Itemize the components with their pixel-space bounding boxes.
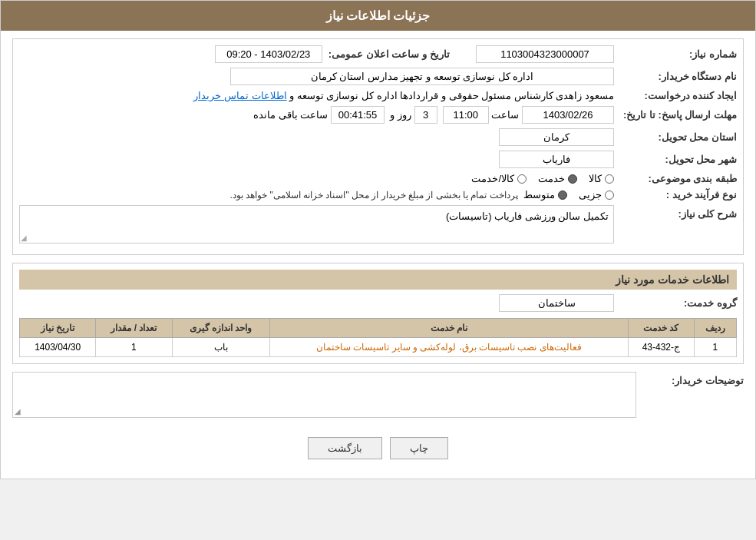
category-kala-item: کالا xyxy=(589,173,614,184)
category-kala-khedmat-radio[interactable] xyxy=(517,174,527,184)
purchase-mottaset-radio[interactable] xyxy=(558,190,567,200)
row-creator: ایجاد کننده درخواست: مسعود زاهدی کارشناس… xyxy=(19,90,737,101)
service-group-label: گروه خدمت: xyxy=(614,297,737,309)
province-value: کرمان xyxy=(499,128,614,146)
page-title: جزئیات اطلاعات نیاز xyxy=(326,9,431,22)
page-header: جزئیات اطلاعات نیاز xyxy=(1,1,755,31)
response-time: 11:00 xyxy=(443,106,489,124)
print-button[interactable]: چاپ xyxy=(390,437,448,459)
purchase-jozvi-radio[interactable] xyxy=(605,190,614,200)
province-label: استان محل تحویل: xyxy=(614,131,737,143)
row-purchase-type: نوع فرآیند خرید : جزیی متوسط پرداخت تمام… xyxy=(19,189,737,200)
purchase-type-radio-group: جزیی متوسط xyxy=(523,189,614,200)
creator-label: ایجاد کننده درخواست: xyxy=(614,90,737,101)
services-table-head: ردیف کد خدمت نام خدمت واحد اندازه گیری ت… xyxy=(20,319,737,338)
date-value: 1403/02/23 - 09:20 xyxy=(215,45,322,63)
category-label: طبقه بندی موضوعی: xyxy=(614,173,737,184)
need-number-label: شماره نیاز: xyxy=(614,48,737,60)
buyer-org-label: نام دستگاه خریدار: xyxy=(614,71,737,82)
services-table-body: 1 ج-432-43 فعالیت‌های نصب تاسیسات برق، ل… xyxy=(20,338,737,357)
general-desc-box: تکمیل سالن ورزشی فاریاب (تاسیسات) xyxy=(19,205,614,243)
col-header-unit: واحد اندازه گیری xyxy=(172,319,269,338)
buyer-comments-label: توضیحات خریدار: xyxy=(636,372,744,386)
remaining-value: 00:41:55 xyxy=(331,106,385,124)
buyer-comments-resize: ◢ xyxy=(15,407,21,416)
col-header-code: کد خدمت xyxy=(629,319,695,338)
row-category: طبقه بندی موضوعی: کالا خدمت کالا/خدمت xyxy=(19,173,737,184)
purchase-jozvi-label: جزیی xyxy=(579,189,602,200)
response-time-label: ساعت xyxy=(491,109,519,121)
city-value: فاریاب xyxy=(499,151,614,168)
col-header-rownum: ردیف xyxy=(694,319,736,338)
days-label: روز و xyxy=(390,109,411,121)
city-label: شهر محل تحویل: xyxy=(614,154,737,165)
category-kala-radio[interactable] xyxy=(605,174,614,184)
buttons-row: چاپ بازگشت xyxy=(12,426,744,471)
purchase-desc: پرداخت تمام یا بخشی از مبلغ خریدار از مح… xyxy=(230,190,518,200)
category-kala-khedmat-label: کالا/خدمت xyxy=(471,173,514,184)
creator-contact-link[interactable]: اطلاعات تماس خریدار xyxy=(193,90,286,101)
col-header-date: تاریخ نیاز xyxy=(20,319,96,338)
category-kala-khedmat-item: کالا/خدمت xyxy=(471,173,527,184)
general-desc-label: شرح کلی نیاز: xyxy=(614,205,737,220)
cell-quantity: 1 xyxy=(96,338,172,357)
deadline-label: مهلت ارسال پاسخ: تا تاریخ: xyxy=(614,109,737,121)
table-row: 1 ج-432-43 فعالیت‌های نصب تاسیسات برق، ل… xyxy=(20,338,737,357)
response-date: 1403/02/26 xyxy=(522,106,614,124)
services-table-section: ردیف کد خدمت نام خدمت واحد اندازه گیری ت… xyxy=(19,318,737,357)
row-general-desc: شرح کلی نیاز: تکمیل سالن ورزشی فاریاب (ت… xyxy=(19,205,737,243)
col-header-name: نام خدمت xyxy=(269,319,628,338)
purchase-type-label: نوع فرآیند خرید : xyxy=(614,189,737,200)
creator-value: مسعود زاهدی کارشناس مسئول حقوقی و قراردا… xyxy=(289,90,614,101)
buyer-org-value: اداره کل نوسازی توسعه و تجهیز مدارس استا… xyxy=(230,68,614,85)
days-value: 3 xyxy=(414,106,437,124)
need-number-value: 1103004323000007 xyxy=(476,45,614,63)
row-city: شهر محل تحویل: فاریاب xyxy=(19,151,737,168)
col-header-quantity: تعداد / مقدار xyxy=(96,319,172,338)
row-province: استان محل تحویل: کرمان xyxy=(19,128,737,146)
row-buyer-org: نام دستگاه خریدار: اداره کل نوسازی توسعه… xyxy=(19,68,737,85)
category-khedmat-radio[interactable] xyxy=(568,174,577,184)
need-details-section: شماره نیاز: 1103004323000007 تاریخ و ساع… xyxy=(12,38,744,255)
cell-unit: باب xyxy=(172,338,269,357)
row-need-number: شماره نیاز: 1103004323000007 تاریخ و ساع… xyxy=(19,45,737,63)
general-desc-value: تکمیل سالن ورزشی فاریاب (تاسیسات) xyxy=(446,210,609,222)
purchase-mottaset-item: متوسط xyxy=(523,189,567,200)
cell-code: ج-432-43 xyxy=(629,338,695,357)
services-table-header-row: ردیف کد خدمت نام خدمت واحد اندازه گیری ت… xyxy=(20,319,737,338)
services-section: اطلاعات خدمات مورد نیاز گروه خدمت: ساختم… xyxy=(12,263,744,364)
remaining-label: ساعت باقی مانده xyxy=(253,109,328,121)
back-button[interactable]: بازگشت xyxy=(308,437,382,459)
purchase-jozvi-item: جزیی xyxy=(579,189,614,200)
category-kala-label: کالا xyxy=(589,173,602,184)
cell-rownum: 1 xyxy=(694,338,736,357)
row-deadline: مهلت ارسال پاسخ: تا تاریخ: 1403/02/26 سا… xyxy=(19,106,737,124)
category-khedmat-label: خدمت xyxy=(538,173,565,184)
cell-date: 1403/04/30 xyxy=(20,338,96,357)
services-section-title: اطلاعات خدمات مورد نیاز xyxy=(19,270,737,290)
cell-name: فعالیت‌های نصب تاسیسات برق، لوله‌کشی و س… xyxy=(269,338,628,357)
category-radio-group: کالا خدمت کالا/خدمت xyxy=(471,173,614,184)
resize-handle-desc: ◢ xyxy=(21,234,27,242)
main-content: شماره نیاز: 1103004323000007 تاریخ و ساع… xyxy=(1,31,755,479)
buyer-comments-box[interactable]: ◢ xyxy=(12,372,636,418)
row-service-group: گروه خدمت: ساختمان xyxy=(19,294,737,312)
services-table: ردیف کد خدمت نام خدمت واحد اندازه گیری ت… xyxy=(19,318,737,357)
date-label: تاریخ و ساعت اعلان عمومی: xyxy=(322,48,450,60)
page-wrapper: جزئیات اطلاعات نیاز شماره نیاز: 11030043… xyxy=(0,0,756,479)
row-buyer-comments: توضیحات خریدار: ◢ xyxy=(12,372,744,418)
category-khedmat-item: خدمت xyxy=(538,173,577,184)
service-group-value: ساختمان xyxy=(499,294,614,312)
purchase-mottaset-label: متوسط xyxy=(523,189,555,200)
